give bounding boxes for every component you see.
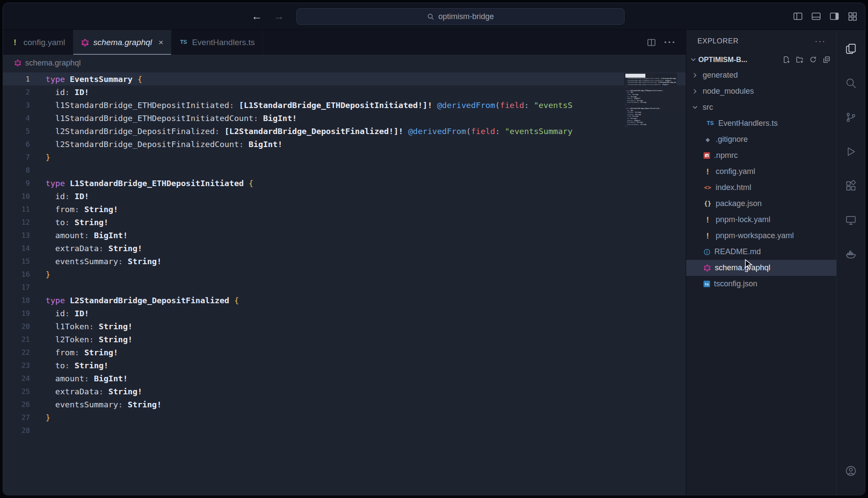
line-number: 11 bbox=[3, 205, 30, 213]
code-line-21[interactable]: 21 l2Token: String! bbox=[3, 333, 686, 346]
code-line-2[interactable]: 2 id: ID! bbox=[3, 85, 686, 98]
collapse-all-icon[interactable] bbox=[823, 56, 830, 63]
explorer-sidebar: EXPLORER ··· OPTIMISM-B... generatednode… bbox=[686, 30, 836, 495]
nav-back-button[interactable]: ← bbox=[251, 11, 262, 22]
code-line-28[interactable]: 28 bbox=[3, 424, 686, 437]
explorer-item-schema.graphql[interactable]: schema.graphql bbox=[686, 260, 836, 276]
code-line-9[interactable]: 9type L1StandardBridge_ETHDepositInitiat… bbox=[3, 177, 686, 190]
close-tab-icon[interactable]: × bbox=[158, 38, 163, 47]
line-number: 19 bbox=[3, 309, 30, 318]
line-text: to: String! bbox=[46, 361, 686, 370]
explorer-item-.npmrc[interactable]: .npmrc bbox=[686, 147, 836, 164]
code-line-24[interactable]: 24 amount: BigInt! bbox=[3, 372, 686, 385]
tab-schema.graphql[interactable]: schema.graphql× bbox=[73, 30, 171, 55]
line-number: 6 bbox=[3, 140, 30, 148]
code-line-22[interactable]: 22 from: String! bbox=[3, 346, 686, 359]
code-line-3[interactable]: 3 l1StandardBridge_ETHDepositInitiated: … bbox=[3, 98, 686, 111]
code-line-13[interactable]: 13 amount: BigInt! bbox=[3, 229, 686, 242]
line-text: extraData: String! bbox=[46, 244, 686, 253]
code-line-15[interactable]: 15 eventsSummary: String! bbox=[3, 255, 686, 268]
warning-icon: ! bbox=[11, 39, 19, 46]
code-line-26[interactable]: 26 eventsSummary: String! bbox=[3, 398, 686, 411]
explorer-item-generated[interactable]: generated bbox=[686, 67, 836, 83]
code-line-18[interactable]: 18type L2StandardBridge_DepositFinalized… bbox=[3, 294, 686, 307]
explorer-item-label: config.yaml bbox=[716, 167, 755, 176]
explorer-item-index.html[interactable]: <>index.html bbox=[686, 180, 836, 196]
explorer-item-node_modules[interactable]: node_modules bbox=[686, 83, 836, 99]
tab-config.yaml[interactable]: !config.yaml bbox=[3, 30, 73, 55]
minimap[interactable]: type EventsSummary { id: ID! l1StandardB… bbox=[624, 73, 677, 132]
layout-panel-icon[interactable] bbox=[810, 11, 822, 22]
code-line-4[interactable]: 4 l1StandardBridge_ETHDepositInitiatedCo… bbox=[3, 111, 686, 124]
code-line-17[interactable]: 17 bbox=[3, 281, 686, 294]
explorer-icon[interactable] bbox=[837, 32, 865, 66]
remote-explorer-icon[interactable] bbox=[837, 203, 865, 237]
code-line-16[interactable]: 16} bbox=[3, 268, 686, 281]
code-line-11[interactable]: 11 from: String! bbox=[3, 203, 686, 216]
project-actions bbox=[783, 56, 830, 63]
line-number: 7 bbox=[3, 153, 30, 161]
command-center-search[interactable]: optimism-bridge bbox=[296, 8, 625, 25]
explorer-item-README.md[interactable]: README.md bbox=[686, 244, 836, 260]
tab-label: config.yaml bbox=[23, 38, 65, 47]
code-line-10[interactable]: 10 id: ID! bbox=[3, 190, 686, 203]
warning-icon: ! bbox=[704, 232, 712, 240]
line-number: 15 bbox=[3, 257, 30, 265]
source-control-icon[interactable] bbox=[837, 100, 865, 134]
account-icon[interactable] bbox=[837, 454, 865, 488]
activity-bar-bottom bbox=[837, 454, 865, 488]
layout-sidebar-right-icon[interactable] bbox=[829, 11, 840, 22]
docker-icon[interactable] bbox=[837, 237, 865, 272]
title-bar: ← → optimism-bridge bbox=[3, 3, 865, 30]
line-number: 18 bbox=[3, 296, 30, 305]
code-line-25[interactable]: 25 extraData: String! bbox=[3, 385, 686, 398]
new-folder-icon[interactable] bbox=[796, 56, 803, 63]
code-line-6[interactable]: 6 l2StandardBridge_DepositFinalizedCount… bbox=[3, 138, 686, 151]
split-editor-icon[interactable] bbox=[647, 38, 656, 47]
line-text: l2Token: String! bbox=[46, 335, 686, 344]
search-icon[interactable] bbox=[837, 66, 865, 100]
code-line-7[interactable]: 7} bbox=[3, 151, 686, 164]
code-line-14[interactable]: 14 extraData: String! bbox=[3, 242, 686, 255]
explorer-item-pnpm-lock.yaml[interactable]: !pnpm-lock.yaml bbox=[686, 212, 836, 228]
explorer-item-.gitignore[interactable]: ◆.gitignore bbox=[686, 131, 836, 147]
more-icon[interactable]: ··· bbox=[664, 38, 676, 47]
tab-EventHandlers.ts[interactable]: TSEventHandlers.ts bbox=[171, 30, 263, 55]
line-text: from: String! bbox=[46, 205, 686, 214]
explorer-item-tsconfig.json[interactable]: tstsconfig.json bbox=[686, 276, 836, 292]
explorer-item-config.yaml[interactable]: !config.yaml bbox=[686, 164, 836, 180]
extensions-icon[interactable] bbox=[837, 169, 865, 203]
code-line-27[interactable]: 27} bbox=[3, 411, 686, 424]
line-text: extraData: String! bbox=[46, 387, 686, 396]
explorer-item-src[interactable]: src bbox=[686, 99, 836, 115]
run-debug-icon[interactable] bbox=[837, 134, 865, 169]
line-text: l1StandardBridge_ETHDepositInitiated: [L… bbox=[46, 101, 686, 110]
explorer-item-package.json[interactable]: {}package.json bbox=[686, 196, 836, 212]
explorer-project-row[interactable]: OPTIMISM-B... bbox=[686, 52, 836, 67]
breadcrumb[interactable]: schema.graphql bbox=[3, 55, 686, 71]
explorer-item-EventHandlers.ts[interactable]: TSEventHandlers.ts bbox=[686, 115, 836, 131]
line-number: 22 bbox=[3, 348, 30, 357]
nav-forward-button[interactable]: → bbox=[273, 11, 284, 22]
line-text: from: String! bbox=[46, 348, 686, 357]
layout-sidebar-left-icon[interactable] bbox=[792, 11, 803, 22]
code-editor[interactable]: 1type EventsSummary {2 id: ID!3 l1Standa… bbox=[3, 71, 686, 495]
line-text: eventsSummary: String! bbox=[46, 257, 686, 266]
line-number: 13 bbox=[3, 231, 30, 239]
line-text: id: ID! bbox=[46, 192, 686, 201]
explorer-item-label: tsconfig.json bbox=[714, 279, 757, 288]
code-line-5[interactable]: 5 l2StandardBridge_DepositFinalized: [L2… bbox=[3, 124, 686, 138]
explorer-item-label: pnpm-workspace.yaml bbox=[716, 231, 794, 240]
explorer-more-icon[interactable]: ··· bbox=[815, 36, 826, 45]
layout-customize-icon[interactable] bbox=[847, 11, 858, 22]
code-line-8[interactable]: 8 bbox=[3, 164, 686, 177]
code-line-20[interactable]: 20 l1Token: String! bbox=[3, 320, 686, 333]
new-file-icon[interactable] bbox=[783, 56, 790, 63]
code-line-12[interactable]: 12 to: String! bbox=[3, 216, 686, 229]
line-text: id: ID! bbox=[46, 88, 686, 97]
code-line-1[interactable]: 1type EventsSummary { bbox=[3, 72, 686, 85]
explorer-item-pnpm-workspace.yaml[interactable]: !pnpm-workspace.yaml bbox=[686, 228, 836, 244]
refresh-icon[interactable] bbox=[809, 56, 817, 63]
code-line-23[interactable]: 23 to: String! bbox=[3, 359, 686, 372]
code-line-19[interactable]: 19 id: ID! bbox=[3, 307, 686, 320]
